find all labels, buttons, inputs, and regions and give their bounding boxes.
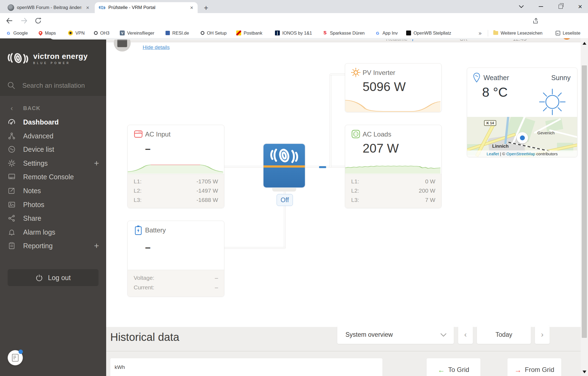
sidebar-item-advanced[interactable]: Advanced	[0, 129, 106, 143]
bookmark-app-inv[interactable]: GApp Inv	[375, 28, 398, 38]
sidebar-item-notes[interactable]: Notes	[0, 184, 106, 198]
sidebar-item-reporting[interactable]: Reporting +	[0, 239, 106, 253]
weather-map[interactable]: K 14 Linnich Gevenich Leaflet | © OpenSt…	[467, 117, 577, 157]
section-divider	[106, 351, 581, 351]
from-grid-card[interactable]: → From Grid	[507, 358, 561, 376]
phase-row: L2: 200 W	[351, 186, 435, 195]
sidebar-item-dashboard[interactable]: Dashboard	[0, 115, 106, 129]
phase-row: L3: 7 W	[351, 195, 435, 205]
back-icon[interactable]	[4, 15, 15, 26]
bookmark-ionos[interactable]: |IONOS by 1&1	[275, 28, 312, 38]
next-period-button[interactable]: ›	[535, 325, 550, 344]
forward-icon[interactable]	[19, 15, 29, 26]
sidebar-item-share[interactable]: Share	[0, 211, 106, 225]
pulse-circle-icon	[8, 145, 16, 153]
map-pin-icon	[38, 30, 43, 36]
sidebar-item-remote-console[interactable]: Remote Console	[0, 170, 106, 184]
to-grid-card[interactable]: ← To Grid	[427, 358, 480, 376]
battery-row: Voltage: –	[134, 273, 218, 283]
close-window-button[interactable]	[572, 0, 588, 13]
sidebar-item-photos[interactable]: Photos	[0, 198, 106, 211]
bookmarks-divider	[488, 30, 488, 37]
today-button[interactable]: Today	[477, 325, 531, 344]
pencil-square-icon	[8, 187, 16, 195]
sidebar-item-label: Notes	[23, 187, 41, 195]
bookmark-google[interactable]: GGoogle	[6, 28, 28, 38]
bookmark-sparkasse[interactable]: SSparkasse Düren	[323, 28, 365, 38]
expand-plus-icon[interactable]: +	[94, 241, 99, 251]
battery-row: Current: –	[134, 283, 218, 292]
share-icon[interactable]	[530, 16, 541, 26]
map-label-gevenich: Gevenich	[537, 131, 555, 135]
vertical-scrollbar[interactable]	[581, 38, 588, 376]
close-icon[interactable]	[188, 4, 195, 11]
search-input[interactable]	[22, 81, 99, 90]
reload-icon[interactable]	[33, 15, 44, 26]
sidebar-item-device-list[interactable]: Device list	[0, 142, 106, 156]
to-grid-label: To Grid	[448, 366, 469, 374]
bookmark-resi[interactable]: RESI.de	[166, 28, 189, 38]
selector-value: System overview	[345, 331, 393, 338]
ac-loads-card: AC Loads 207 W L1: 0 W L2: 200 W L3: 7 W	[345, 125, 442, 208]
close-icon[interactable]	[84, 4, 91, 11]
minimize-button[interactable]	[533, 0, 549, 13]
image-icon	[8, 201, 16, 209]
scroll-up-arrow-icon[interactable]	[583, 42, 586, 45]
map-marker[interactable]	[517, 132, 528, 144]
leaflet-link[interactable]: Leaflet	[487, 151, 499, 156]
tab-vrm-portal[interactable]: Prüfstelle - VRM Portal	[95, 2, 198, 13]
prev-period-button[interactable]: ‹	[458, 325, 473, 344]
overview-selector[interactable]: System overview	[337, 325, 454, 344]
kwh-chart-card: kWh	[110, 358, 382, 376]
ac-loads-details: L1: 0 W L2: 200 W L3: 7 W	[345, 174, 441, 208]
ac-input-card: AC Input – L1: -1705 W L2: -1497 W L3: -…	[127, 125, 224, 208]
sidebar-item-label: Remote Console	[23, 173, 74, 181]
hide-details-link[interactable]: Hide details	[143, 44, 170, 50]
sidebar: victron energy BLUE POWER BACK Dashboard	[0, 38, 106, 376]
sidebar-item-label: Device list	[23, 145, 54, 153]
wire-pv-horizontal	[330, 74, 345, 75]
inverter-status-badge[interactable]: Off	[277, 194, 293, 206]
phase-value: 7 W	[425, 197, 435, 203]
sidebar-item-settings[interactable]: Settings +	[0, 156, 106, 170]
phase-label: L2:	[134, 187, 142, 194]
bookmark-openwb[interactable]: OpenWB Stelpllatz	[406, 28, 451, 38]
reading-list-button[interactable]: Leseliste	[555, 28, 580, 38]
kwh-unit-label: kWh	[115, 364, 125, 370]
sidebar-item-label: Dashboard	[23, 118, 59, 126]
back-button[interactable]: BACK	[0, 101, 106, 115]
bookmark-vpn[interactable]: VPN	[68, 28, 85, 38]
sidebar-item-alarm-logs[interactable]: Alarm logs	[0, 225, 106, 239]
osm-link[interactable]: OpenStreetMap	[506, 151, 535, 156]
bookmark-oh-setup[interactable]: OH Setup	[201, 28, 226, 38]
brand-name: victron energy	[33, 52, 88, 61]
battery-row-value: –	[215, 284, 218, 291]
battery-details: Voltage: – Current: –	[128, 270, 224, 296]
phase-label: L1:	[351, 178, 359, 185]
nodes-icon	[8, 132, 16, 140]
bookmarks-overflow-button[interactable]: »	[479, 28, 482, 38]
logout-button[interactable]: Log out	[8, 269, 99, 286]
bookmark-vereinsflieger[interactable]: VVereinsflieger	[120, 28, 154, 38]
sidebar-item-label: Reporting	[23, 242, 53, 250]
chevron-down-icon	[519, 5, 524, 8]
tab-openwb-forum[interactable]: openWB Forum - Beitrag ändern	[4, 2, 94, 13]
tab-search-button[interactable]	[513, 0, 529, 13]
location-pin-icon	[473, 73, 481, 83]
phase-value: 0 W	[425, 178, 435, 185]
chevron-left-icon	[8, 104, 16, 113]
inverter-device[interactable]	[264, 144, 305, 187]
bookmark-maps[interactable]: Maps	[39, 28, 56, 38]
bookmark-postbank[interactable]: Postbank	[236, 28, 262, 38]
historical-section: Historical data System overview ‹ Today …	[106, 327, 581, 376]
victron-logo-icon	[7, 50, 29, 66]
new-tab-button[interactable]	[202, 4, 210, 12]
other-bookmarks-folder[interactable]: Weitere Lesezeichen	[493, 28, 543, 38]
bookmark-oh3[interactable]: OH3	[94, 28, 109, 38]
restore-button[interactable]	[553, 0, 568, 13]
sun-icon	[351, 68, 360, 77]
card-title: Weather	[483, 74, 509, 82]
expand-plus-icon[interactable]: +	[94, 158, 99, 168]
scrollbar-thumb[interactable]	[582, 65, 587, 338]
scroll-down-arrow-icon[interactable]	[583, 371, 586, 373]
